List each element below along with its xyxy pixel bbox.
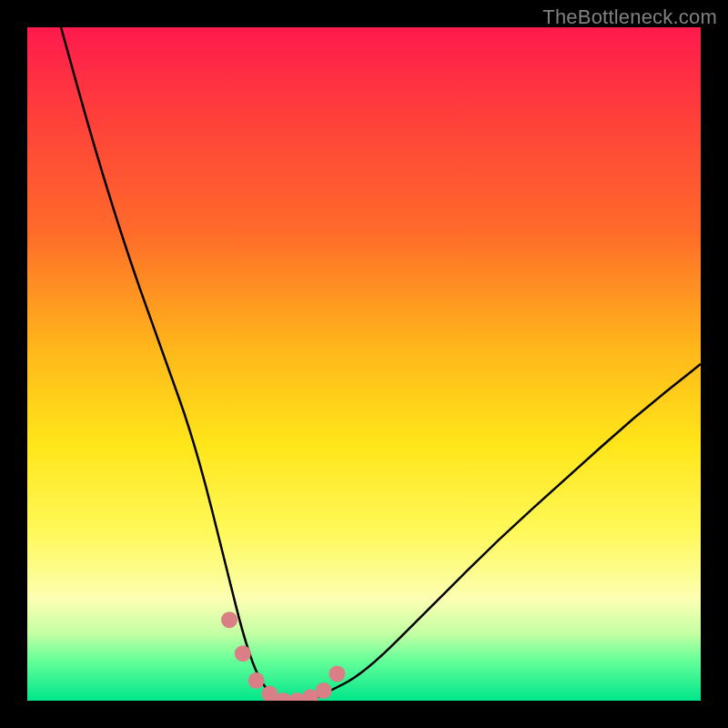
- trough-markers: [221, 612, 345, 701]
- trough-marker-dot: [261, 686, 278, 701]
- trough-marker-dot: [248, 672, 265, 689]
- watermark-text: TheBottleneck.com: [542, 5, 717, 29]
- trough-marker-dot: [329, 665, 345, 682]
- trough-marker-dot: [316, 682, 332, 699]
- bottleneck-curve-path: [61, 27, 701, 701]
- plot-area: [27, 27, 701, 701]
- trough-marker-dot: [302, 689, 318, 701]
- trough-marker-dot: [221, 612, 238, 628]
- trough-marker-dot: [235, 645, 251, 662]
- curve-svg: [27, 27, 701, 701]
- trough-marker-dot: [275, 693, 291, 701]
- trough-marker-dot: [288, 693, 305, 701]
- chart-frame: TheBottleneck.com: [0, 0, 728, 728]
